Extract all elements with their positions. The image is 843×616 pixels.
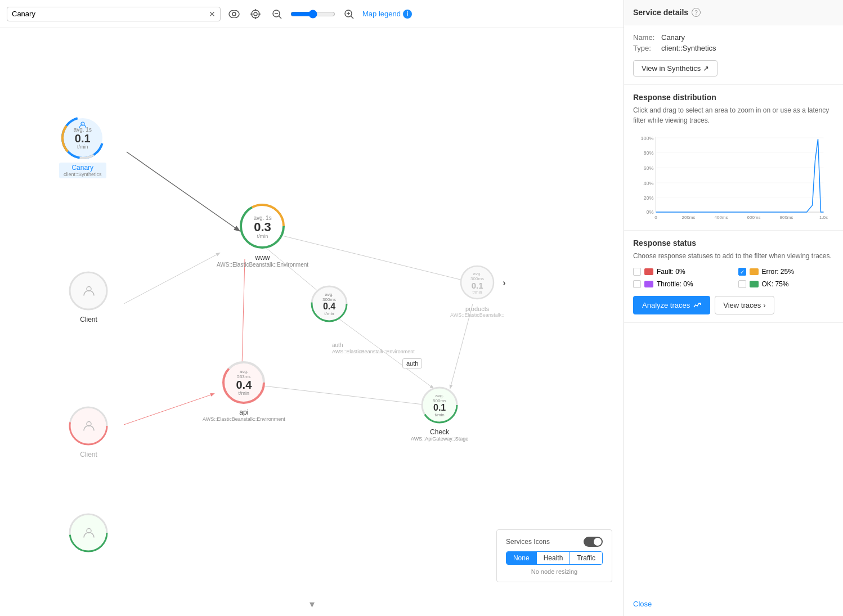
canary-unit: t/min xyxy=(74,144,92,150)
mid-node[interactable]: avg. 300ms 0.4 t/min xyxy=(310,284,349,323)
client2-node[interactable]: Client xyxy=(68,405,110,458)
svg-text:80%: 80% xyxy=(643,150,653,156)
svg-text:40%: 40% xyxy=(643,181,653,186)
check-node[interactable]: avg. 500ms 0.1 t/min Check AWS::ApiGatew… xyxy=(411,385,468,442)
traffic-button[interactable]: Traffic xyxy=(570,552,602,564)
client2-name: Client xyxy=(80,451,97,458)
products-name: products xyxy=(450,305,504,312)
ok-status-item: OK: 75% xyxy=(738,280,835,288)
auth-badge: auth xyxy=(402,358,422,368)
check-metric: 0.1 xyxy=(430,403,450,412)
chevron-right-icon: › xyxy=(763,301,765,309)
legend-box: Services Icons None Health Traffic No no… xyxy=(496,529,612,582)
client3-person-icon xyxy=(83,526,95,538)
auth-node-label: authAWS::ElasticBeanstalk::Environment xyxy=(332,342,415,354)
svg-text:600ms: 600ms xyxy=(747,215,760,219)
services-icons-toggle[interactable] xyxy=(584,537,603,547)
zoom-out-icon[interactable] xyxy=(269,6,285,22)
www-metric: 0.3 xyxy=(253,221,271,233)
products-type: AWS::ElasticBeanstalk:: xyxy=(450,312,504,318)
response-dist-title: Response distribution xyxy=(633,93,834,102)
api-type: AWS::ElasticBeanstalk::Environment xyxy=(203,416,285,422)
check-avg-label: avg. 500ms xyxy=(430,393,450,403)
name-label: Name: xyxy=(633,33,661,42)
svg-point-2 xyxy=(252,10,259,18)
svg-text:0: 0 xyxy=(654,215,657,219)
close-button[interactable]: Close xyxy=(633,600,652,608)
fault-dot xyxy=(644,268,653,275)
ok-label: OK: 75% xyxy=(762,280,789,288)
side-panel: Service details ? Name: Canary Type: cli… xyxy=(624,0,843,616)
analyze-traces-button[interactable]: Analyze traces xyxy=(633,296,710,314)
health-button[interactable]: Health xyxy=(536,552,570,564)
mid-avg-label: avg. 300ms xyxy=(320,292,339,302)
check-unit: t/min xyxy=(430,412,450,417)
eye-icon[interactable] xyxy=(226,6,242,22)
api-unit: t/min xyxy=(232,390,255,396)
ok-checkbox[interactable] xyxy=(738,280,746,288)
map-area: ✕ xyxy=(0,0,624,616)
throttle-label: Throttle: 0% xyxy=(657,280,693,288)
action-buttons: Analyze traces View traces › xyxy=(633,296,834,314)
canary-name: Canary xyxy=(64,164,102,172)
www-type: AWS::ElasticBeanstalk::Environment xyxy=(217,262,308,268)
search-box[interactable]: ✕ xyxy=(7,7,221,21)
target-icon[interactable] xyxy=(248,6,263,22)
view-in-synthetics-button[interactable]: View in Synthetics ↗ xyxy=(633,60,718,77)
api-avg-label: avg. 533ms xyxy=(232,369,255,379)
svg-text:800ms: 800ms xyxy=(779,215,793,219)
response-chart[interactable]: 100% 80% 60% 40% 20% 0% 0 xyxy=(633,132,834,222)
search-input[interactable] xyxy=(12,10,209,18)
response-distribution-section: Response distribution Click and drag to … xyxy=(624,85,843,231)
svg-line-16 xyxy=(124,253,219,304)
canary-metric: 0.1 xyxy=(74,133,92,144)
svg-text:400ms: 400ms xyxy=(714,215,728,219)
svg-line-10 xyxy=(279,16,281,19)
type-label: Type: xyxy=(633,44,661,52)
svg-text:1.0s: 1.0s xyxy=(819,215,828,219)
response-status-desc: Choose response statuses to add to the f… xyxy=(633,251,834,261)
no-resize-label: No node resizing xyxy=(506,568,603,575)
svg-text:100%: 100% xyxy=(640,136,653,141)
zoom-range[interactable] xyxy=(290,10,335,19)
api-metric: 0.4 xyxy=(232,379,255,390)
throttle-checkbox[interactable] xyxy=(633,280,641,288)
view-traces-button[interactable]: View traces › xyxy=(715,296,774,314)
svg-line-14 xyxy=(351,16,353,19)
response-status-section: Response status Choose response statuses… xyxy=(624,231,843,323)
zoom-slider[interactable] xyxy=(290,10,335,19)
client1-node[interactable]: Client xyxy=(68,270,110,323)
client2-person-icon xyxy=(83,419,95,431)
products-node[interactable]: avg. 300ms 0.1 t/min › products AWS::Ela… xyxy=(450,264,504,318)
api-name: api xyxy=(203,408,285,416)
scroll-down-indicator[interactable]: ▾ xyxy=(310,598,315,610)
throttle-dot xyxy=(644,281,653,287)
error-label: Error: 25% xyxy=(762,268,794,276)
service-type-value: client::Synthetics xyxy=(661,44,716,52)
client3-node[interactable] xyxy=(68,512,110,554)
fault-label: Fault: 0% xyxy=(657,268,685,276)
none-button[interactable]: None xyxy=(506,552,536,564)
canary-type: client::Synthetics xyxy=(64,172,102,177)
clear-search-button[interactable]: ✕ xyxy=(209,10,216,19)
view-mode-group: None Health Traffic xyxy=(506,551,603,565)
error-checkbox[interactable]: ✓ xyxy=(738,268,746,276)
api-node[interactable]: avg. 533ms 0.4 t/min api AWS::ElasticBea… xyxy=(203,360,285,422)
services-icons-label: Services Icons xyxy=(506,538,550,546)
help-icon[interactable]: ? xyxy=(692,8,701,17)
svg-point-1 xyxy=(232,12,236,16)
products-metric: 0.1 xyxy=(468,281,487,290)
www-node[interactable]: avg. 1s 0.3 t/min www AWS::ElasticBeanst… xyxy=(217,203,308,268)
svg-point-0 xyxy=(229,10,239,18)
svg-text:20%: 20% xyxy=(643,195,653,201)
canary-person-icon xyxy=(79,121,87,129)
response-chart-svg: 100% 80% 60% 40% 20% 0% 0 xyxy=(633,132,834,219)
svg-text:60%: 60% xyxy=(643,165,653,171)
map-legend-button[interactable]: Map legend i xyxy=(362,10,412,19)
canary-node[interactable]: avg. 1s 0.1 t/min Canary client::Synthet… xyxy=(59,115,106,178)
svg-text:0%: 0% xyxy=(646,209,653,215)
fault-checkbox[interactable] xyxy=(633,268,641,276)
zoom-in-icon[interactable] xyxy=(341,6,357,22)
status-grid: Fault: 0% ✓ Error: 25% Throttle: 0% OK: … xyxy=(633,268,834,288)
service-info-section: Name: Canary Type: client::Synthetics Vi… xyxy=(624,25,843,85)
